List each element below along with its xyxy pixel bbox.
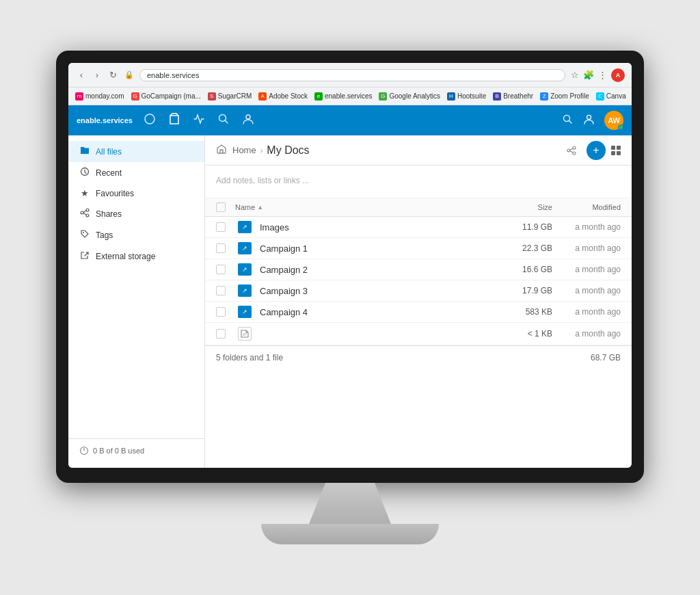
status-dot bbox=[618, 124, 623, 130]
bookmark-sugarcrm[interactable]: S SugarCRM bbox=[208, 92, 252, 101]
row-checkbox-5[interactable] bbox=[216, 307, 226, 317]
monday-favicon: m bbox=[75, 92, 83, 101]
table-row[interactable]: Campaign 3 bbox=[205, 280, 632, 302]
table-row[interactable]: Campaign 1 bbox=[205, 238, 632, 259]
browser-profile[interactable]: A bbox=[611, 68, 625, 82]
row-checkbox-6[interactable] bbox=[216, 329, 226, 339]
share-action-icon-4[interactable] bbox=[477, 285, 486, 296]
row-checkbox-4[interactable] bbox=[216, 286, 226, 295]
row-check-3[interactable] bbox=[216, 265, 235, 274]
nav-contacts-icon[interactable] bbox=[242, 113, 254, 128]
sidebar-item-shares[interactable]: Shares bbox=[68, 203, 204, 224]
sidebar-item-recent[interactable]: Recent bbox=[68, 162, 204, 183]
size-col-label: Size bbox=[538, 203, 552, 211]
breadcrumb-home-text[interactable]: Home bbox=[232, 145, 256, 155]
address-bar[interactable]: enable.services bbox=[139, 69, 565, 81]
sidebar-item-external[interactable]: External storage bbox=[68, 246, 204, 267]
content-area: Home › My Docs bbox=[205, 135, 632, 468]
table-row[interactable]: Images bbox=[205, 217, 632, 238]
share-action-icon-2[interactable] bbox=[477, 243, 486, 254]
canva-favicon: C bbox=[596, 92, 604, 101]
nav-activity-icon[interactable] bbox=[193, 113, 205, 128]
logo-area: enable.services bbox=[77, 116, 133, 124]
table-row[interactable]: Campaign 2 bbox=[205, 259, 632, 280]
sidebar-item-favourites[interactable]: ★ Favourites bbox=[68, 183, 204, 203]
nav-search-icon[interactable] bbox=[217, 113, 230, 128]
svg-point-25 bbox=[483, 291, 486, 294]
back-button[interactable]: ‹ bbox=[75, 70, 88, 80]
forward-button[interactable]: › bbox=[91, 70, 103, 80]
breadcrumb-home-icon[interactable] bbox=[216, 144, 227, 157]
breathehr-favicon: B bbox=[493, 92, 501, 101]
bookmark-enable[interactable]: e enable.services bbox=[314, 92, 372, 101]
sidebar-item-tags[interactable]: Tags bbox=[68, 224, 204, 246]
add-button[interactable]: + bbox=[587, 141, 606, 160]
file-doc-icon-6 bbox=[235, 327, 254, 341]
hootsuite-favicon: H bbox=[447, 92, 455, 101]
reload-button[interactable]: ↻ bbox=[107, 70, 119, 80]
bookmark-breathehr-label: Breathehr bbox=[503, 92, 533, 100]
favourites-icon: ★ bbox=[79, 188, 90, 198]
all-files-label: All files bbox=[96, 147, 122, 157]
bookmark-monday[interactable]: m monday.com bbox=[75, 92, 124, 101]
share-button[interactable] bbox=[562, 141, 581, 160]
header-actions: + bbox=[562, 141, 621, 160]
folder-icon-1 bbox=[235, 221, 254, 233]
share-action-icon-1[interactable] bbox=[477, 222, 486, 233]
share-action-icon-6[interactable] bbox=[477, 328, 486, 339]
analytics-favicon: G bbox=[379, 92, 387, 101]
svg-point-17 bbox=[478, 246, 481, 249]
bookmark-analytics[interactable]: G Google Analytics bbox=[379, 92, 440, 101]
share-action-icon-3[interactable] bbox=[477, 264, 486, 275]
svg-point-9 bbox=[83, 232, 84, 233]
more-action-icon-2[interactable]: ··· bbox=[490, 243, 498, 254]
svg-point-27 bbox=[483, 307, 486, 310]
bookmark-gocampaign[interactable]: G GoCampaign (ma... bbox=[131, 92, 201, 101]
more-action-icon-4[interactable]: ··· bbox=[490, 286, 498, 296]
bookmark-icon[interactable]: ☆ bbox=[571, 70, 579, 80]
storage-icon bbox=[79, 446, 89, 455]
file-size-5: 583 KB bbox=[498, 307, 552, 317]
row-check-6[interactable] bbox=[216, 329, 235, 339]
row-checkbox-2[interactable] bbox=[216, 243, 226, 253]
notes-area[interactable]: Add notes, lists or links ... bbox=[205, 166, 632, 198]
row-checkbox-1[interactable] bbox=[216, 222, 226, 232]
browser-controls[interactable]: ‹ › ↻ bbox=[75, 70, 119, 80]
nav-home-icon[interactable] bbox=[144, 113, 156, 128]
grid-view-button[interactable] bbox=[611, 146, 621, 155]
more-action-icon-6[interactable]: ··· bbox=[490, 329, 498, 339]
file-modified-2: a month ago bbox=[552, 243, 621, 253]
row-check-1[interactable] bbox=[216, 222, 235, 232]
content-header: Home › My Docs bbox=[205, 135, 632, 166]
bookmark-canva[interactable]: C Canva bbox=[596, 92, 626, 101]
nav-user-right-icon[interactable] bbox=[583, 114, 595, 128]
nav-search-right-icon[interactable] bbox=[562, 114, 574, 128]
nav-files-icon[interactable] bbox=[168, 113, 180, 128]
more-action-icon-5[interactable]: ··· bbox=[490, 307, 498, 317]
extensions-icon[interactable]: 🧩 bbox=[583, 70, 594, 80]
bookmark-hootsuite[interactable]: H Hootsuite bbox=[447, 92, 486, 101]
bookmark-monday-label: monday.com bbox=[85, 92, 124, 100]
sidebar-item-all-files[interactable]: All files bbox=[68, 141, 204, 162]
row-check-4[interactable] bbox=[216, 286, 235, 295]
more-action-icon-1[interactable]: ··· bbox=[490, 222, 498, 233]
table-row[interactable]: Campaign 4 bbox=[205, 302, 632, 323]
row-check-2[interactable] bbox=[216, 243, 235, 253]
bookmark-adobe[interactable]: A Adobe Stock bbox=[258, 92, 308, 101]
bookmark-canva-label: Canva bbox=[606, 92, 626, 100]
bookmark-zoom-label: Zoom Profile bbox=[550, 92, 589, 100]
more-action-icon-3[interactable]: ··· bbox=[490, 265, 498, 275]
user-avatar[interactable]: AW bbox=[604, 111, 623, 130]
row-checkbox-3[interactable] bbox=[216, 265, 226, 274]
select-all-checkbox[interactable] bbox=[216, 202, 226, 212]
header-name[interactable]: Name ▲ bbox=[235, 203, 498, 211]
bookmark-breathehr[interactable]: B Breathehr bbox=[493, 92, 533, 101]
svg-point-18 bbox=[483, 243, 486, 246]
menu-icon[interactable]: ⋮ bbox=[598, 70, 607, 80]
row-check-5[interactable] bbox=[216, 307, 235, 317]
table-row[interactable]: ··· < 1 KB a month ago bbox=[205, 323, 632, 345]
header-check bbox=[216, 202, 235, 212]
bookmark-zoom[interactable]: Z Zoom Profile bbox=[540, 92, 589, 101]
share-action-icon-5[interactable] bbox=[477, 306, 486, 317]
grid-dot-1 bbox=[611, 146, 615, 150]
